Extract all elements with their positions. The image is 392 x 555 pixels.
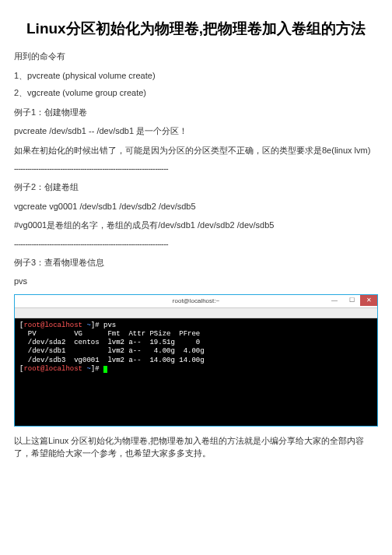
intro-text: 用到的命令有 bbox=[14, 50, 378, 63]
conclusion-text: 以上这篇Linux 分区初始化为物理卷,把物理卷加入卷组的方法就是小编分享给大家… bbox=[14, 434, 378, 460]
prompt-user: root@localhost bbox=[23, 365, 82, 373]
window-title: root@localhost:~ bbox=[173, 297, 219, 304]
close-button[interactable]: ✕ bbox=[360, 295, 377, 306]
menu-bar bbox=[15, 308, 377, 318]
example-1-cmd: pvcreate /dev/sdb1 -- /dev/sdb1 是一个分区！ bbox=[14, 125, 378, 138]
command-text: pvs bbox=[103, 321, 116, 329]
example-2-title: 例子2：创建卷组 bbox=[14, 181, 378, 194]
window-controls: — ☐ ✕ bbox=[326, 295, 377, 307]
prompt-symbol: ]# bbox=[91, 321, 103, 329]
example-3-title: 例子3：查看物理卷信息 bbox=[14, 256, 378, 269]
page-title: Linux分区初始化为物理卷,把物理卷加入卷组的方法 bbox=[14, 19, 378, 39]
terminal-body[interactable]: [root@localhost ~]# pvs PV VG Fmt Attr P… bbox=[15, 318, 377, 426]
cursor-icon bbox=[103, 366, 107, 373]
output-header: PV VG Fmt Attr PSize PFree bbox=[19, 330, 200, 338]
minimize-button[interactable]: — bbox=[326, 295, 343, 306]
prompt-symbol: ]# bbox=[91, 365, 103, 373]
separator: ----------------------------------------… bbox=[14, 163, 378, 174]
example-1-title: 例子1：创建物理卷 bbox=[14, 106, 378, 119]
example-1-note: 如果在初始化的时候出错了，可能是因为分区的分区类型不正确，区的类型要求是8e(l… bbox=[14, 144, 378, 157]
title-bar: root@localhost:~ — ☐ ✕ bbox=[15, 295, 377, 308]
maximize-button[interactable]: ☐ bbox=[343, 295, 360, 306]
separator: ----------------------------------------… bbox=[14, 238, 378, 250]
output-row: /dev/sdb1 lvm2 a-- 4.00g 4.00g bbox=[19, 347, 205, 355]
example-2-note: #vg0001是卷组的名字，卷组的成员有/dev/sdb1 /dev/sdb2 … bbox=[14, 219, 378, 232]
example-3-cmd: pvs bbox=[14, 275, 378, 288]
command-1: 1、pvcreate (physical volume create) bbox=[14, 69, 378, 83]
example-2-cmd: vgcreate vg0001 /dev/sdb1 /dev/sdb2 /dev… bbox=[14, 200, 378, 213]
command-2: 2、vgcreate (volume group create) bbox=[14, 86, 378, 100]
terminal-window: root@localhost:~ — ☐ ✕ [root@localhost ~… bbox=[14, 294, 378, 427]
output-row: /dev/sda2 centos lvm2 a-- 19.51g 0 bbox=[19, 339, 200, 346]
output-row: /dev/sdb3 vg0001 lvm2 a-- 14.00g 14.00g bbox=[19, 357, 205, 364]
prompt-user: root@localhost bbox=[23, 321, 82, 329]
